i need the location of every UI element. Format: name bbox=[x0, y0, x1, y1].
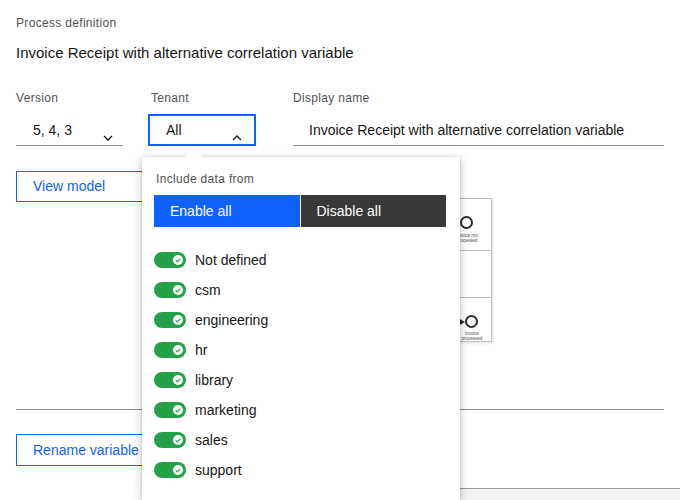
tenant-toggle-label: library bbox=[195, 372, 233, 388]
version-dropdown[interactable]: 5, 4, 3 bbox=[16, 114, 123, 146]
bulk-toggle-buttons: Enable all Disable all bbox=[154, 195, 446, 227]
process-definition-eyebrow: Process definition bbox=[16, 15, 116, 31]
tenant-filter-popup: Include data from Enable all Disable all… bbox=[142, 157, 460, 500]
version-label: Version bbox=[16, 90, 58, 106]
tenant-label: Tenant bbox=[151, 90, 189, 106]
page-title: Invoice Receipt with alternative correla… bbox=[16, 42, 354, 64]
panel-bottom-strip bbox=[459, 489, 680, 500]
toggle-check-icon bbox=[173, 345, 183, 355]
toggle-on-icon[interactable] bbox=[154, 282, 186, 298]
toggle-check-icon bbox=[173, 375, 183, 385]
tenant-toggle-label: hr bbox=[195, 342, 207, 358]
tenant-toggle-row[interactable]: hr bbox=[142, 335, 460, 365]
view-model-button[interactable]: View model bbox=[16, 171, 156, 202]
tenant-toggle-label: Not defined bbox=[195, 252, 267, 268]
tenant-toggle-label: csm bbox=[195, 282, 221, 298]
tenant-toggle-list: Not defined csm engineering hr bbox=[142, 245, 460, 485]
bpmn-end-event-icon bbox=[460, 216, 473, 229]
toggle-check-icon bbox=[173, 255, 183, 265]
display-name-value: Invoice Receipt with alternative correla… bbox=[293, 114, 664, 146]
tenant-dropdown[interactable]: All bbox=[148, 114, 256, 146]
tenant-toggle-label: support bbox=[195, 462, 242, 478]
tenant-toggle-row[interactable]: sales bbox=[142, 425, 460, 455]
popup-caret bbox=[186, 149, 203, 166]
disable-all-button[interactable]: Disable all bbox=[301, 195, 447, 227]
tenant-toggle-row[interactable]: engineering bbox=[142, 305, 460, 335]
toggle-check-icon bbox=[173, 285, 183, 295]
enable-all-button[interactable]: Enable all bbox=[154, 195, 300, 227]
toggle-on-icon[interactable] bbox=[154, 312, 186, 328]
toggle-on-icon[interactable] bbox=[154, 402, 186, 418]
tenant-toggle-label: sales bbox=[195, 432, 228, 448]
toggle-on-icon[interactable] bbox=[154, 342, 186, 358]
tenant-toggle-row[interactable]: library bbox=[142, 365, 460, 395]
toggle-check-icon bbox=[173, 405, 183, 415]
tenant-toggle-row[interactable]: Not defined bbox=[142, 245, 460, 275]
toggle-on-icon[interactable] bbox=[154, 462, 186, 478]
include-data-from-label: Include data from bbox=[156, 171, 254, 187]
chevron-up-icon bbox=[232, 127, 242, 145]
tenant-toggle-label: engineering bbox=[195, 312, 268, 328]
toggle-check-icon bbox=[173, 435, 183, 445]
tenant-toggle-row[interactable]: csm bbox=[142, 275, 460, 305]
toggle-on-icon[interactable] bbox=[154, 432, 186, 448]
display-name-input[interactable]: Invoice Receipt with alternative correla… bbox=[293, 114, 664, 146]
bpmn-end-event-icon bbox=[465, 315, 478, 328]
tenant-toggle-row[interactable]: support bbox=[142, 455, 460, 485]
toggle-check-icon bbox=[173, 315, 183, 325]
tenant-toggle-label: marketing bbox=[195, 402, 256, 418]
toggle-on-icon[interactable] bbox=[154, 252, 186, 268]
process-definition-page: Process definition Invoice Receipt with … bbox=[0, 0, 680, 500]
display-name-label: Display name bbox=[293, 90, 370, 106]
toggle-check-icon bbox=[173, 465, 183, 475]
chevron-down-icon bbox=[103, 127, 113, 145]
tenant-toggle-row[interactable]: marketing bbox=[142, 395, 460, 425]
toggle-on-icon[interactable] bbox=[154, 372, 186, 388]
